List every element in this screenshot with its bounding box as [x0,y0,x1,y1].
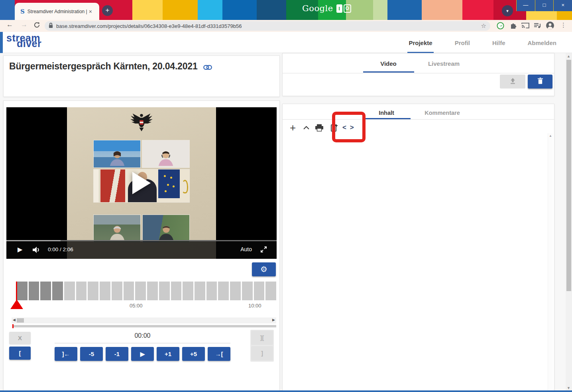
browser-menu-icon[interactable]: ⋮ [560,22,566,29]
timeline-segment[interactable] [206,282,217,300]
timeline-segment[interactable] [29,282,39,300]
content-scrollbar[interactable]: ▲ [548,133,553,391]
page-scrollbar-thumb[interactable] [566,60,571,291]
nav-item-abmelden[interactable]: Abmelden [526,32,558,53]
timeline-segment[interactable] [100,282,110,300]
timeline-segment[interactable] [183,282,193,300]
timeline-scrollbar-thumb[interactable] [17,318,24,323]
theme-profile-icon[interactable]: ▾ [502,5,513,16]
page-scrollbar[interactable]: ▲ ▼ [566,53,572,392]
tab-kommentare[interactable]: Kommentare [411,105,474,119]
video-player[interactable]: ▶ 0:00 / 2:06 Auto [6,107,277,259]
theme-block [422,0,462,20]
timeline-scrollbar[interactable]: ◀ ▶ [12,317,276,323]
set-in-point-button[interactable]: [ [9,347,31,360]
close-button[interactable]: × [553,0,572,11]
remove-cut-button[interactable]: X [9,332,31,344]
play-icon[interactable]: ▶ [18,246,22,253]
jump-to-end-button[interactable]: →[ [208,347,230,361]
adblock-extension-icon[interactable] [497,22,504,31]
url-bar[interactable]: base.streamdiver.com/projects/details/06… [45,21,490,31]
minus-5-button[interactable]: -5 [80,347,103,361]
timeline-segment[interactable] [242,282,253,300]
reload-icon[interactable] [33,22,40,30]
plus-5-button[interactable]: +5 [182,347,205,361]
set-out-point-button[interactable]: ] [251,346,273,360]
timeline-segment[interactable] [135,282,146,300]
page-title: Bürgermeistergespräch Kärnten, 20.04.202… [4,56,279,77]
nav-item-projekte[interactable]: Projekte [407,32,433,53]
browser-avatar-icon[interactable] [546,22,554,31]
timeline-segment[interactable] [76,282,87,300]
timeline-segment[interactable] [195,282,205,300]
settings-gear-button[interactable]: ⚙ [252,262,276,276]
scroll-right-icon[interactable]: ▶ [272,318,275,322]
bookmark-star-icon[interactable]: ☆ [481,22,486,30]
page-scroll-up-icon[interactable]: ▲ [567,54,570,58]
quality-selector[interactable]: Auto [240,246,252,252]
content-scroll-up-icon[interactable]: ▲ [549,134,552,138]
trash-icon [537,77,543,85]
media-controls-icon[interactable] [534,23,541,30]
back-icon[interactable]: ← [6,21,13,29]
copy-link-icon[interactable] [203,61,212,72]
timeline-segment[interactable] [88,282,98,300]
timeline-segment[interactable] [64,282,75,300]
scroll-left-icon[interactable]: ◀ [13,318,16,322]
project-title-text: Bürgermeistergespräch Kärnten, 20.04.202… [9,61,197,71]
participant-tile-2 [142,140,189,167]
cast-icon[interactable] [521,22,529,30]
timeline-segment[interactable] [124,282,134,300]
streamdiver-logo[interactable]: stream diver [6,34,41,47]
timeline-segment[interactable] [265,282,276,300]
nav-item-profil[interactable]: Profil [454,32,471,53]
google-io-theme-logo: Google I O [302,4,351,13]
tab-close-icon[interactable]: × [89,8,92,15]
extensions-puzzle-icon[interactable] [510,22,517,31]
timeline-segment[interactable] [52,282,63,300]
tab-livestream[interactable]: Livestream [414,53,474,73]
timeline-segment[interactable] [40,282,51,300]
browser-tab[interactable]: S Streamdiver Administration | Bürg × [15,3,99,20]
playhead-marker[interactable] [10,299,23,309]
media-card: Video Livestream [282,53,554,96]
maximize-button[interactable]: □ [535,0,554,11]
timeline-segment[interactable] [159,282,170,300]
collapse-icon[interactable] [303,122,309,134]
timeline-segment[interactable] [17,282,28,300]
content-tabs-divider [283,119,554,120]
jump-to-start-button[interactable]: ]← [55,347,77,361]
timeline[interactable]: 05:00 10:00 [12,282,276,300]
timeline-segment[interactable] [254,282,265,300]
timeline-segment[interactable] [112,282,122,300]
fullscreen-icon[interactable] [260,246,267,254]
tab-video[interactable]: Video [363,53,414,73]
upload-button[interactable] [500,75,525,89]
minimize-button[interactable]: — [516,0,535,11]
play-button[interactable]: ▶ [131,347,154,361]
theme-block [198,0,222,20]
new-tab-button[interactable]: + [102,5,113,16]
timeline-segment[interactable] [218,282,229,300]
project-title-card: Bürgermeistergespräch Kärnten, 20.04.202… [3,55,280,97]
delete-button[interactable] [528,75,552,89]
video-progress-track[interactable] [6,240,277,241]
big-play-button[interactable] [132,172,151,194]
content-tabs: Inhalt Kommentare [283,105,554,120]
tab-inhalt[interactable]: Inhalt [363,105,411,119]
nav-item-hilfe[interactable]: Hilfe [491,32,507,53]
forward-icon[interactable]: → [21,21,28,29]
plus-1-button[interactable]: +1 [157,347,179,361]
timeline-segments[interactable] [17,282,276,300]
print-icon[interactable] [315,122,323,134]
timeline-segment[interactable] [230,282,241,300]
eu-flag [158,169,180,198]
page-scroll-down-icon[interactable]: ▼ [567,386,570,390]
timeline-overview-bar[interactable] [12,325,276,327]
timeline-segment[interactable] [147,282,158,300]
add-chapter-icon[interactable]: + [290,122,296,134]
minus-1-button[interactable]: -1 [106,347,128,361]
timeline-segment[interactable] [171,282,182,300]
volume-icon[interactable] [33,246,41,255]
set-out-pair-button[interactable]: ][ [251,331,273,345]
